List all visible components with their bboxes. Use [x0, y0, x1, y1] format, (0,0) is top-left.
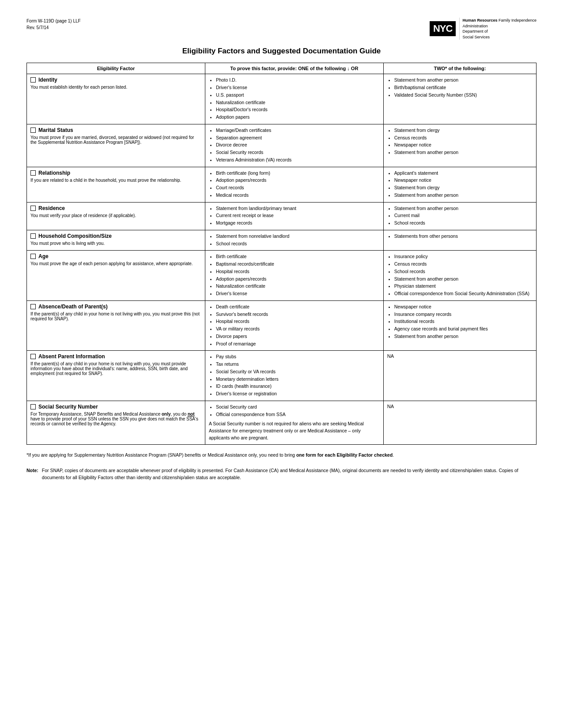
col1-header: Eligibility Factor [27, 63, 205, 74]
doc-item: Photo I.D. [216, 77, 380, 84]
doc-item: Statement from another person [394, 149, 533, 156]
doc-item: Marriage/Death certificates [216, 127, 380, 134]
factor-name: Absence/Death of Parent(s) [38, 304, 108, 310]
factor-checkbox[interactable] [30, 77, 36, 83]
factor-cell: Marital StatusYou must prove if you are … [27, 124, 205, 167]
doc-item: School records [216, 240, 380, 248]
table-row: AgeYou must prove the age of each person… [27, 251, 537, 301]
doc-item: Institutional records [394, 318, 533, 325]
doc-item: Divorce decree [216, 142, 380, 149]
doc-item: Mortgage records [216, 220, 380, 227]
factor-description: You must prove the age of each person ap… [30, 261, 201, 266]
factor-name: Relationship [38, 170, 70, 176]
na-label: NA [387, 404, 394, 409]
doc-item: Statement from another person [394, 276, 533, 283]
two-of-cell: Statements from other persons [383, 230, 536, 251]
factor-description: For Temporary Assistance, SNAP Benefits … [30, 412, 201, 426]
factor-cell: Absence/Death of Parent(s)If the parent(… [27, 300, 205, 351]
form-info: Form W-119D (page 1) LLF Rev. 5/7/14 [26, 18, 81, 31]
doc-item: Official correspondence from Social Secu… [394, 290, 533, 297]
doc-item: Adoption papers/records [216, 276, 380, 283]
factor-description: If the parent(s) of any child in your ho… [30, 311, 201, 321]
factor-cell: Social Security NumberFor Temporary Assi… [27, 401, 205, 444]
doc-item: U.S. passport [216, 92, 380, 99]
factor-checkbox[interactable] [30, 354, 36, 359]
factor-cell: IdentityYou must establish identity for … [27, 74, 205, 124]
na-label: NA [387, 353, 394, 359]
note-label: Note: [26, 467, 38, 481]
factor-description: If the parent(s) of any child in your ho… [30, 361, 201, 376]
doc-item: Baptismal records/certificate [216, 261, 380, 268]
one-of-cell: Marriage/Death certificatesSeparation ag… [205, 124, 383, 167]
table-row: Social Security NumberFor Temporary Assi… [27, 401, 537, 444]
table-row: Absence/Death of Parent(s)If the parent(… [27, 300, 537, 351]
doc-item: Survivor's benefit records [216, 311, 380, 318]
doc-item: Social Security or VA records [216, 368, 380, 375]
agency-info: Human Resources Family Independence Admi… [459, 18, 537, 40]
two-of-cell: Statement from another personBirth/bapti… [383, 74, 536, 124]
factor-name: Marital Status [38, 127, 73, 133]
factor-description: You must prove who is living with you. [30, 241, 201, 246]
note-section: Note: For SNAP, copies of documents are … [26, 467, 537, 481]
doc-item: School records [394, 220, 533, 227]
factor-checkbox[interactable] [30, 254, 36, 259]
doc-item: Hospital/Doctor's records [216, 106, 380, 113]
factor-checkbox[interactable] [30, 206, 36, 211]
factor-checkbox[interactable] [30, 170, 36, 176]
doc-item: Applicant's statement [394, 170, 533, 177]
doc-item: Driver's license [216, 290, 380, 297]
doc-item: Tax returns [216, 361, 380, 368]
doc-item: Statement from another person [394, 205, 533, 212]
doc-item: Statement from another person [394, 333, 533, 340]
doc-item: Newspaper notice [394, 177, 533, 184]
doc-item: Census records [394, 261, 533, 268]
factor-description: You must establish identity for each per… [30, 85, 201, 90]
form-number-line2: Rev. 5/7/14 [26, 24, 81, 31]
factor-checkbox[interactable] [30, 304, 36, 309]
doc-item: Monetary determination letters [216, 376, 380, 383]
factor-checkbox[interactable] [30, 404, 36, 409]
note-text: For SNAP, copies of documents are accept… [42, 467, 537, 481]
doc-item: Proof of remarriage [216, 341, 380, 348]
doc-item: Separation agreement [216, 135, 380, 142]
doc-item: Current mail [394, 212, 533, 219]
col3-header: TWO* of the following: [383, 63, 536, 74]
nyc-logo: NYC [430, 21, 456, 36]
doc-item: Current rent receipt or lease [216, 212, 380, 219]
factor-name: Age [38, 253, 49, 259]
one-of-cell: Statement from landlord/primary tenantCu… [205, 202, 383, 230]
doc-item: Hospital records [216, 268, 380, 275]
one-of-cell: Photo I.D.Driver's licenseU.S. passportN… [205, 74, 383, 124]
col2-extra-text: A Social Security number is not required… [209, 420, 380, 441]
doc-item: Medical records [216, 192, 380, 199]
doc-item: Statement from clergy [394, 127, 533, 134]
table-row: Marital StatusYou must prove if you are … [27, 124, 537, 167]
doc-item: Adoption papers/records [216, 177, 380, 184]
eligibility-table: Eligibility Factor To prove this factor,… [26, 63, 537, 444]
factor-checkbox[interactable] [30, 128, 36, 133]
footnote: *If you are applying for Supplementary N… [26, 452, 537, 459]
doc-item: Adoption papers [216, 114, 380, 121]
doc-item: Official correspondence from SSA [216, 411, 380, 418]
doc-item: School records [394, 268, 533, 275]
factor-name: Social Security Number [38, 404, 98, 410]
one-of-cell: Pay stubsTax returnsSocial Security or V… [205, 351, 383, 401]
table-row: IdentityYou must establish identity for … [27, 74, 537, 124]
one-of-cell: Birth certificate (long form)Adoption pa… [205, 167, 383, 202]
factor-cell: RelationshipIf you are related to a chil… [27, 167, 205, 202]
form-number-line1: Form W-119D (page 1) LLF [26, 18, 81, 24]
two-of-cell: Applicant's statementNewspaper noticeSta… [383, 167, 536, 202]
factor-cell: Absent Parent InformationIf the parent(s… [27, 351, 205, 401]
doc-item: Birth/baptismal certificate [394, 84, 533, 91]
doc-item: Statement from another person [394, 192, 533, 199]
page-header: Form W-119D (page 1) LLF Rev. 5/7/14 NYC… [26, 18, 537, 40]
table-row: Household Composition/SizeYou must prove… [27, 230, 537, 251]
factor-checkbox[interactable] [30, 233, 36, 239]
doc-item: Validated Social Security Number (SSN) [394, 92, 533, 99]
doc-item: Death certificate [216, 304, 380, 311]
factor-name: Absent Parent Information [38, 353, 105, 360]
factor-name: Identity [38, 77, 57, 83]
factor-cell: ResidenceYou must verify your place of r… [27, 202, 205, 230]
doc-item: Physician statement [394, 283, 533, 290]
doc-item: Insurance policy [394, 253, 533, 260]
